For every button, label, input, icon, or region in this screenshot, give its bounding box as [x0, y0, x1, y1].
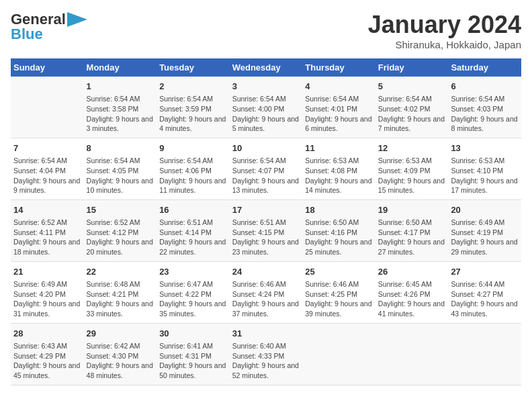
sunrise-text: Sunrise: 6:48 AM	[87, 279, 154, 289]
daylight-text: Daylight: 9 hours and 13 minutes.	[232, 176, 300, 195]
daylight-text: Daylight: 9 hours and 15 minutes.	[378, 176, 446, 195]
calendar-cell: 6Sunrise: 6:54 AMSunset: 4:03 PMDaylight…	[448, 77, 521, 138]
sunrise-text: Sunrise: 6:54 AM	[13, 156, 81, 166]
day-info: Sunrise: 6:45 AMSunset: 4:26 PMDaylight:…	[378, 279, 446, 319]
daylight-text: Daylight: 9 hours and 29 minutes.	[451, 237, 519, 257]
sunset-text: Sunset: 4:09 PM	[378, 166, 446, 176]
calendar-cell: 31Sunrise: 6:40 AMSunset: 4:33 PMDayligh…	[230, 323, 303, 385]
calendar-cell: 3Sunrise: 6:54 AMSunset: 4:00 PMDaylight…	[230, 77, 303, 138]
sunrise-text: Sunrise: 6:54 AM	[305, 94, 373, 104]
day-number: 18	[305, 204, 373, 216]
daylight-text: Daylight: 9 hours and 6 minutes.	[305, 114, 373, 134]
sunrise-text: Sunrise: 6:54 AM	[87, 156, 154, 166]
daylight-text: Daylight: 9 hours and 50 minutes.	[159, 361, 227, 380]
day-number: 20	[451, 204, 519, 216]
calendar-cell	[302, 323, 375, 385]
calendar-header-row: Sunday Monday Tuesday Wednesday Thursday…	[11, 58, 521, 77]
calendar-cell: 18Sunrise: 6:50 AMSunset: 4:16 PMDayligh…	[302, 199, 375, 261]
day-number: 2	[159, 81, 227, 93]
day-number: 10	[232, 142, 300, 154]
calendar-cell: 22Sunrise: 6:48 AMSunset: 4:21 PMDayligh…	[84, 261, 157, 323]
sunrise-text: Sunrise: 6:46 AM	[305, 279, 373, 289]
calendar-table: Sunday Monday Tuesday Wednesday Thursday…	[11, 58, 521, 385]
sunrise-text: Sunrise: 6:49 AM	[451, 218, 519, 228]
sunset-text: Sunset: 4:26 PM	[378, 289, 446, 300]
sunrise-text: Sunrise: 6:52 AM	[13, 218, 81, 228]
calendar-week-row: 1Sunrise: 6:54 AMSunset: 3:58 PMDaylight…	[11, 77, 521, 138]
day-info: Sunrise: 6:41 AMSunset: 4:31 PMDaylight:…	[159, 341, 227, 381]
day-number: 22	[87, 266, 154, 278]
calendar-cell: 13Sunrise: 6:53 AMSunset: 4:10 PMDayligh…	[448, 138, 521, 199]
daylight-text: Daylight: 9 hours and 33 minutes.	[87, 299, 154, 318]
sunset-text: Sunset: 4:31 PM	[159, 351, 227, 361]
sunrise-text: Sunrise: 6:53 AM	[305, 156, 373, 166]
sunrise-text: Sunrise: 6:46 AM	[232, 279, 300, 289]
day-number: 29	[87, 328, 154, 340]
sunrise-text: Sunrise: 6:51 AM	[159, 218, 227, 228]
logo-blue: Blue	[11, 26, 43, 43]
sunrise-text: Sunrise: 6:49 AM	[13, 279, 81, 289]
sunrise-text: Sunrise: 6:43 AM	[13, 341, 81, 351]
calendar-cell: 17Sunrise: 6:51 AMSunset: 4:15 PMDayligh…	[230, 199, 303, 261]
calendar-cell: 21Sunrise: 6:49 AMSunset: 4:20 PMDayligh…	[11, 261, 84, 323]
daylight-text: Daylight: 9 hours and 8 minutes.	[451, 114, 519, 134]
daylight-text: Daylight: 9 hours and 11 minutes.	[159, 176, 227, 195]
sunset-text: Sunset: 4:12 PM	[87, 228, 154, 238]
calendar-week-row: 28Sunrise: 6:43 AMSunset: 4:29 PMDayligh…	[11, 323, 521, 385]
calendar-cell: 1Sunrise: 6:54 AMSunset: 3:58 PMDaylight…	[84, 77, 157, 138]
sunset-text: Sunset: 4:22 PM	[159, 289, 227, 300]
day-number: 17	[232, 204, 300, 216]
day-info: Sunrise: 6:44 AMSunset: 4:27 PMDaylight:…	[451, 279, 519, 319]
calendar-cell: 23Sunrise: 6:47 AMSunset: 4:22 PMDayligh…	[157, 261, 230, 323]
day-number: 26	[378, 266, 446, 278]
day-number: 21	[13, 266, 81, 278]
sunset-text: Sunset: 4:33 PM	[232, 351, 300, 361]
day-info: Sunrise: 6:54 AMSunset: 4:05 PMDaylight:…	[87, 156, 154, 195]
sunset-text: Sunset: 3:59 PM	[159, 104, 227, 114]
sunrise-text: Sunrise: 6:44 AM	[451, 279, 519, 289]
day-info: Sunrise: 6:53 AMSunset: 4:08 PMDaylight:…	[305, 156, 373, 195]
col-sunday: Sunday	[11, 58, 84, 77]
sunset-text: Sunset: 4:27 PM	[451, 289, 519, 300]
day-number: 15	[87, 204, 154, 216]
day-number: 16	[159, 204, 227, 216]
calendar-cell: 26Sunrise: 6:45 AMSunset: 4:26 PMDayligh…	[375, 261, 449, 323]
sunrise-text: Sunrise: 6:45 AM	[378, 279, 446, 289]
sunset-text: Sunset: 4:29 PM	[13, 351, 81, 361]
daylight-text: Daylight: 9 hours and 41 minutes.	[378, 299, 446, 318]
calendar-cell: 8Sunrise: 6:54 AMSunset: 4:05 PMDaylight…	[84, 138, 157, 199]
day-number: 11	[305, 142, 373, 154]
day-number: 13	[451, 142, 519, 154]
logo: General Blue	[11, 11, 87, 43]
day-info: Sunrise: 6:40 AMSunset: 4:33 PMDaylight:…	[232, 341, 300, 381]
daylight-text: Daylight: 9 hours and 14 minutes.	[305, 176, 373, 195]
day-number: 31	[232, 328, 300, 340]
day-number: 7	[13, 142, 81, 154]
sunrise-text: Sunrise: 6:50 AM	[305, 218, 373, 228]
day-number: 9	[159, 142, 227, 154]
day-info: Sunrise: 6:54 AMSunset: 3:58 PMDaylight:…	[87, 94, 154, 134]
day-number: 25	[305, 266, 373, 278]
sunset-text: Sunset: 4:25 PM	[305, 289, 373, 300]
calendar-week-row: 7Sunrise: 6:54 AMSunset: 4:04 PMDaylight…	[11, 138, 521, 199]
sunset-text: Sunset: 4:30 PM	[87, 351, 154, 361]
daylight-text: Daylight: 9 hours and 52 minutes.	[232, 361, 300, 380]
svg-marker-0	[67, 12, 87, 27]
calendar-cell: 2Sunrise: 6:54 AMSunset: 3:59 PMDaylight…	[157, 77, 230, 138]
calendar-cell: 12Sunrise: 6:53 AMSunset: 4:09 PMDayligh…	[375, 138, 449, 199]
daylight-text: Daylight: 9 hours and 39 minutes.	[305, 299, 373, 318]
day-info: Sunrise: 6:46 AMSunset: 4:24 PMDaylight:…	[232, 279, 300, 319]
daylight-text: Daylight: 9 hours and 31 minutes.	[13, 299, 81, 318]
day-number: 24	[232, 266, 300, 278]
day-info: Sunrise: 6:51 AMSunset: 4:14 PMDaylight:…	[159, 218, 227, 257]
sunrise-text: Sunrise: 6:42 AM	[87, 341, 154, 351]
sunset-text: Sunset: 4:16 PM	[305, 228, 373, 238]
daylight-text: Daylight: 9 hours and 22 minutes.	[159, 237, 227, 257]
sunrise-text: Sunrise: 6:47 AM	[159, 279, 227, 289]
calendar-cell: 11Sunrise: 6:53 AMSunset: 4:08 PMDayligh…	[302, 138, 375, 199]
day-info: Sunrise: 6:51 AMSunset: 4:15 PMDaylight:…	[232, 218, 300, 257]
daylight-text: Daylight: 9 hours and 18 minutes.	[13, 237, 81, 257]
daylight-text: Daylight: 9 hours and 4 minutes.	[159, 114, 227, 134]
col-friday: Friday	[375, 58, 449, 77]
day-number: 14	[13, 204, 81, 216]
